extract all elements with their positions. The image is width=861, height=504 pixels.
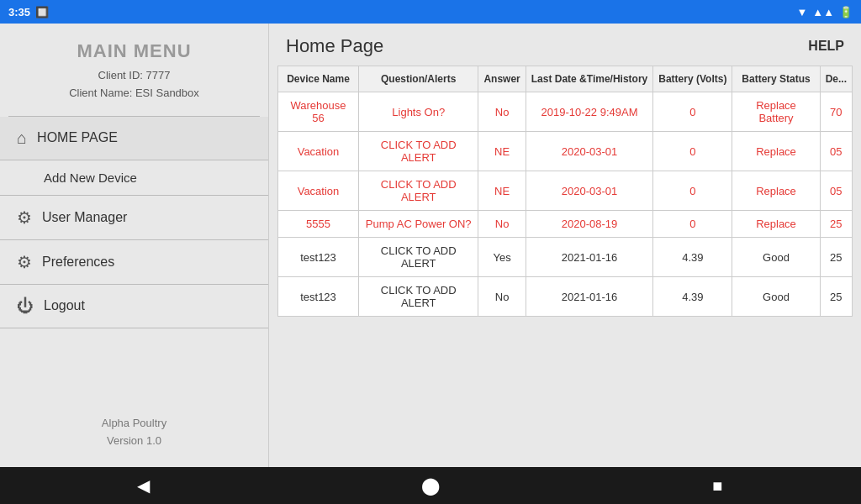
col-battery-volts: Battery (Volts) — [653, 66, 732, 92]
recents-button[interactable]: ■ — [700, 469, 734, 502]
table-cell-3: 2021-01-16 — [526, 238, 653, 277]
col-question-alerts: Question/Alerts — [359, 66, 478, 92]
table-cell-5: Good — [732, 277, 820, 317]
table-cell-6: 25 — [820, 277, 852, 317]
sidebar-item-user-manager[interactable]: ⚙ User Manager — [0, 196, 268, 240]
table-cell-2: NE — [478, 171, 526, 211]
table-cell-3: 2021-01-16 — [526, 277, 653, 317]
table-row[interactable]: 5555Pump AC Power ON?No2020-08-190Replac… — [278, 211, 853, 238]
table-cell-0: Vacation — [278, 132, 359, 171]
user-manager-label: User Manager — [42, 210, 127, 225]
table-cell-5: Replace — [732, 211, 820, 238]
home-button[interactable]: ⬤ — [414, 469, 447, 502]
table-cell-0: test123 — [278, 238, 359, 277]
table-wrapper: Device Name Question/Alerts Answer Last … — [269, 66, 861, 467]
battery-icon: 🔋 — [839, 6, 853, 18]
table-cell-1: Pump AC Power ON? — [359, 211, 478, 238]
logout-label: Logout — [44, 298, 85, 313]
table-cell-1: CLICK TO ADD ALERT — [359, 171, 478, 211]
table-cell-4: 4.39 — [653, 277, 732, 317]
col-answer: Answer — [478, 66, 526, 92]
page-title: Home Page — [286, 35, 383, 57]
sidebar-client-info: Client ID: 7777 Client Name: ESI Sandbox — [0, 67, 268, 102]
status-bar: 3:35 🔲 ▼ ▲▲ 🔋 — [0, 0, 861, 24]
table-cell-6: 70 — [820, 92, 852, 132]
app-name: Alpha Poultry — [17, 415, 251, 433]
col-last-date: Last Date &Time/History — [526, 66, 653, 92]
help-button[interactable]: HELP — [808, 39, 844, 54]
app-version: Version 1.0 — [17, 433, 251, 450]
sidebar: MAIN MENU Client ID: 7777 Client Name: E… — [0, 24, 269, 467]
table-cell-6: 25 — [820, 238, 852, 277]
col-device-name: Device Name — [278, 66, 359, 92]
table-cell-3: 2020-08-19 — [526, 211, 653, 238]
table-cell-1: CLICK TO ADD ALERT — [359, 238, 478, 277]
table-cell-6: 05 — [820, 171, 852, 211]
table-cell-0: Vacation — [278, 171, 359, 211]
table-header-row: Device Name Question/Alerts Answer Last … — [278, 66, 853, 92]
sidebar-item-home-page[interactable]: ⌂ HOME PAGE — [0, 117, 268, 160]
add-device-label: Add New Device — [44, 171, 137, 185]
table-cell-0: test123 — [278, 277, 359, 317]
table-cell-5: Replace — [732, 132, 820, 171]
devices-table: Device Name Question/Alerts Answer Last … — [277, 66, 853, 317]
content-area: Home Page HELP Device Name Question/Aler… — [269, 24, 861, 467]
sidebar-title: MAIN MENU — [0, 40, 268, 62]
table-cell-3: 2020-03-01 — [526, 171, 653, 211]
table-cell-5: Replace Battery — [732, 92, 820, 132]
sidebar-footer: Alpha Poultry Version 1.0 — [0, 398, 268, 467]
main-area: MAIN MENU Client ID: 7777 Client Name: E… — [0, 24, 861, 467]
battery-status-icon: 🔲 — [35, 6, 49, 18]
status-bar-right: ▼ ▲▲ 🔋 — [796, 6, 853, 18]
status-bar-left: 3:35 🔲 — [8, 6, 49, 18]
client-name: Client Name: ESI Sandbox — [69, 87, 199, 99]
table-cell-0: Warehouse 56 — [278, 92, 359, 132]
sidebar-item-add-new-device[interactable]: Add New Device — [0, 160, 268, 196]
table-row[interactable]: VacationCLICK TO ADD ALERTNE2020-03-010R… — [278, 132, 853, 171]
table-cell-6: 05 — [820, 132, 852, 171]
table-cell-5: Replace — [732, 171, 820, 211]
home-icon: ⌂ — [17, 129, 27, 148]
table-cell-2: No — [478, 277, 526, 317]
sidebar-item-preferences[interactable]: ⚙ Preferences — [0, 240, 268, 285]
bottom-nav: ◀ ⬤ ■ — [0, 467, 861, 504]
table-cell-2: No — [478, 211, 526, 238]
content-header: Home Page HELP — [269, 24, 861, 66]
table-cell-3: 2019-10-22 9:49AM — [526, 92, 653, 132]
signal-icon: ▲▲ — [812, 6, 834, 18]
table-row[interactable]: test123CLICK TO ADD ALERTNo2021-01-164.3… — [278, 277, 853, 317]
table-cell-4: 0 — [653, 132, 732, 171]
table-cell-2: No — [478, 92, 526, 132]
table-cell-2: NE — [478, 132, 526, 171]
col-battery-status: Battery Status — [732, 66, 820, 92]
table-cell-4: 0 — [653, 211, 732, 238]
gear-icon-user: ⚙ — [17, 207, 32, 228]
table-cell-4: 4.39 — [653, 238, 732, 277]
table-cell-1: CLICK TO ADD ALERT — [359, 277, 478, 317]
time-display: 3:35 — [8, 6, 30, 18]
col-extra: De... — [820, 66, 852, 92]
sidebar-item-label: HOME PAGE — [37, 130, 118, 145]
table-cell-0: 5555 — [278, 211, 359, 238]
table-cell-4: 0 — [653, 92, 732, 132]
back-button[interactable]: ◀ — [127, 469, 161, 502]
sidebar-item-logout[interactable]: ⏻ Logout — [0, 285, 268, 328]
table-cell-5: Good — [732, 238, 820, 277]
client-id: Client ID: 7777 — [98, 69, 171, 81]
table-cell-4: 0 — [653, 171, 732, 211]
table-cell-1: Lights On? — [359, 92, 478, 132]
table-row[interactable]: Warehouse 56Lights On?No2019-10-22 9:49A… — [278, 92, 853, 132]
sidebar-nav: ⌂ HOME PAGE Add New Device ⚙ User Manage… — [0, 117, 268, 328]
gear-icon-prefs: ⚙ — [17, 252, 32, 272]
table-row[interactable]: test123CLICK TO ADD ALERTYes2021-01-164.… — [278, 238, 853, 277]
table-cell-6: 25 — [820, 211, 852, 238]
table-cell-2: Yes — [478, 238, 526, 277]
logout-icon: ⏻ — [17, 297, 34, 316]
table-cell-1: CLICK TO ADD ALERT — [359, 132, 478, 171]
table-row[interactable]: VacationCLICK TO ADD ALERTNE2020-03-010R… — [278, 171, 853, 211]
preferences-label: Preferences — [42, 255, 114, 270]
wifi-icon: ▼ — [796, 6, 807, 18]
table-cell-3: 2020-03-01 — [526, 132, 653, 171]
